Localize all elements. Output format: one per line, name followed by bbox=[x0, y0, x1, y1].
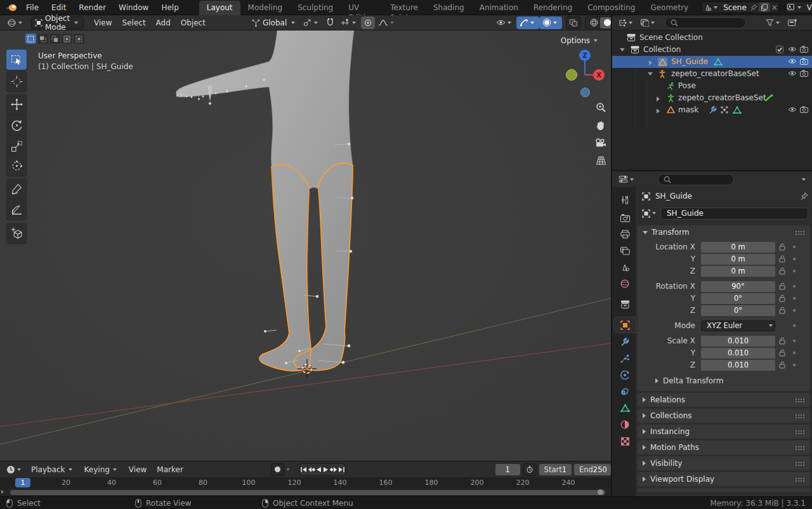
animate-dot[interactable] bbox=[789, 352, 799, 354]
disclosure-closed-icon[interactable] bbox=[657, 96, 660, 102]
lock-icon[interactable] bbox=[775, 337, 789, 345]
panel-viewport-display[interactable]: Viewport Display bbox=[638, 472, 810, 486]
pan-hand-icon[interactable] bbox=[594, 118, 608, 132]
start-frame-field[interactable]: Start1 bbox=[539, 464, 572, 475]
select-mode-extend[interactable] bbox=[37, 34, 48, 44]
panel-visibility[interactable]: Visibility bbox=[638, 456, 810, 470]
tab-physics[interactable] bbox=[614, 367, 636, 383]
display-mode-button[interactable] bbox=[638, 17, 660, 29]
select-mode-set[interactable] bbox=[25, 34, 36, 44]
tab-geometry[interactable]: Geometry bbox=[643, 1, 696, 15]
scale-y-field[interactable]: 0.010 bbox=[701, 348, 775, 359]
visibility-dropdown[interactable] bbox=[493, 17, 516, 29]
menu-keying[interactable]: Keying bbox=[79, 465, 124, 474]
next-keyframe-button[interactable] bbox=[330, 464, 338, 475]
outliner-row-pose[interactable]: Pose bbox=[612, 80, 812, 92]
menu-window[interactable]: Window bbox=[112, 0, 155, 15]
outliner-row-sh-guide[interactable]: SH_Guide bbox=[612, 56, 812, 68]
tool-scale[interactable] bbox=[6, 136, 27, 156]
use-preview-range-toggle[interactable] bbox=[523, 463, 537, 476]
rotation-x-field[interactable]: 90° bbox=[701, 281, 775, 292]
tab-compositing[interactable]: Compositing bbox=[580, 1, 643, 15]
tab-scene[interactable] bbox=[614, 260, 636, 275]
gizmo-axis-z[interactable]: Z bbox=[579, 50, 591, 61]
drag-grip-icon[interactable] bbox=[795, 398, 805, 402]
lock-icon[interactable] bbox=[775, 282, 789, 290]
tab-sculpting[interactable]: Sculpting bbox=[290, 1, 341, 15]
drag-grip-icon[interactable] bbox=[795, 446, 805, 450]
animate-dot[interactable] bbox=[789, 246, 799, 248]
exclude-checkbox[interactable] bbox=[776, 46, 783, 53]
lock-icon[interactable] bbox=[775, 307, 789, 314]
rotation-y-field[interactable]: 0° bbox=[701, 293, 775, 304]
lock-icon[interactable] bbox=[775, 255, 789, 263]
select-mode-intersect[interactable] bbox=[74, 34, 84, 44]
menu-object[interactable]: Object bbox=[176, 18, 211, 27]
scale-z-field[interactable]: 0.010 bbox=[701, 360, 775, 371]
object-name-input[interactable]: SH_Guide bbox=[660, 208, 808, 220]
tool-cursor[interactable] bbox=[6, 71, 27, 91]
tab-view-layer[interactable] bbox=[614, 243, 636, 258]
tool-add-cube[interactable] bbox=[6, 223, 27, 243]
new-scene-button[interactable] bbox=[759, 3, 770, 12]
scrollbar-zoom-handle[interactable] bbox=[598, 489, 603, 495]
tab-uv-editing[interactable]: UV Editing bbox=[341, 1, 383, 15]
select-mode-subtract[interactable] bbox=[49, 34, 60, 44]
camera-icon[interactable] bbox=[800, 70, 808, 77]
menu-edit[interactable]: Edit bbox=[45, 0, 72, 15]
tab-shading[interactable]: Shading bbox=[426, 1, 472, 15]
animate-dot[interactable] bbox=[789, 270, 799, 272]
panel-relations[interactable]: Relations bbox=[638, 393, 810, 407]
jump-to-end-button[interactable] bbox=[338, 464, 345, 475]
play-reverse-button[interactable] bbox=[316, 464, 323, 475]
timeline-ruler[interactable]: 20 40 60 80 100 120 140 160 180 200 220 … bbox=[0, 477, 611, 488]
proportional-editing-toggle[interactable] bbox=[361, 17, 375, 29]
filter-button[interactable] bbox=[763, 17, 785, 29]
panel-motion-paths[interactable]: Motion Paths bbox=[638, 440, 810, 454]
menu-file[interactable]: File bbox=[20, 0, 45, 15]
end-frame-field[interactable]: End250 bbox=[574, 464, 611, 475]
rotation-z-field[interactable]: 0° bbox=[701, 305, 775, 316]
drag-grip-icon[interactable] bbox=[795, 461, 805, 466]
editor-type-button[interactable] bbox=[4, 17, 27, 29]
properties-editor-type-button[interactable] bbox=[615, 173, 639, 186]
outliner-row-armature-object[interactable]: zepeto_creatorBaseSet bbox=[612, 68, 812, 80]
snap-magnet-toggle[interactable] bbox=[323, 17, 337, 29]
lock-icon[interactable] bbox=[775, 294, 789, 302]
drag-grip-icon[interactable] bbox=[795, 230, 805, 235]
shading-wireframe-button[interactable] bbox=[587, 18, 600, 28]
current-frame-field[interactable]: 1 bbox=[495, 464, 520, 475]
rotation-mode-dropdown[interactable]: XYZ Euler bbox=[701, 321, 775, 331]
tab-particles[interactable] bbox=[614, 351, 636, 366]
viewport-3d[interactable]: User Perspective (1) Collection | SH_Gui… bbox=[0, 30, 611, 461]
ortho-grid-icon[interactable] bbox=[594, 154, 608, 168]
outliner-row-mask[interactable]: mask bbox=[612, 104, 812, 116]
overlays-toggle[interactable] bbox=[539, 17, 562, 29]
object-id-dropdown[interactable] bbox=[642, 209, 658, 218]
select-mode-invert[interactable] bbox=[62, 34, 72, 44]
scrollbar-thumb[interactable] bbox=[10, 490, 605, 495]
menu-playback[interactable]: Playback bbox=[26, 465, 79, 474]
panel-collections[interactable]: Collections bbox=[638, 409, 810, 423]
prev-keyframe-button[interactable] bbox=[308, 464, 316, 475]
outliner-row-armature-data[interactable]: zepeto_creatorBaseSet bbox=[612, 92, 812, 104]
lock-icon[interactable] bbox=[775, 267, 789, 275]
tool-rotate[interactable] bbox=[6, 115, 27, 135]
drag-grip-icon[interactable] bbox=[795, 430, 805, 434]
outliner-row-scene-collection[interactable]: Scene Collection bbox=[612, 32, 812, 44]
pin-icon[interactable] bbox=[801, 192, 808, 201]
menu-render[interactable]: Render bbox=[72, 0, 112, 15]
lock-icon[interactable] bbox=[775, 361, 789, 369]
menu-select[interactable]: Select bbox=[117, 18, 151, 27]
tab-object-data[interactable] bbox=[614, 400, 636, 416]
auto-keying-toggle[interactable] bbox=[271, 463, 284, 476]
disclosure-closed-icon[interactable] bbox=[649, 60, 652, 65]
disclosure-open-icon[interactable] bbox=[648, 72, 653, 76]
menu-marker[interactable]: Marker bbox=[152, 465, 188, 474]
tab-material[interactable] bbox=[614, 417, 636, 432]
location-y-field[interactable]: 0 m bbox=[701, 254, 775, 265]
eye-icon[interactable] bbox=[788, 46, 797, 53]
pin-icon[interactable] bbox=[750, 4, 757, 11]
tab-texture[interactable] bbox=[614, 433, 636, 449]
lock-icon[interactable] bbox=[775, 349, 789, 357]
